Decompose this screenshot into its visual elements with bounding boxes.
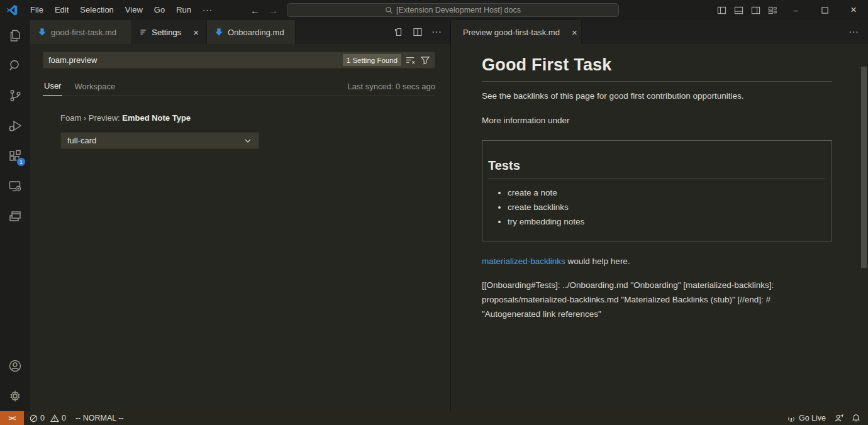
remote-indicator[interactable]: >< <box>0 411 24 425</box>
close-window-icon[interactable]: × <box>839 0 868 20</box>
settings-results-badge: 1 Setting Found <box>343 54 401 66</box>
menu-edit[interactable]: Edit <box>49 3 74 17</box>
chevron-down-icon <box>243 136 252 145</box>
select-value: full-card <box>67 136 96 145</box>
setting-category: Foam › Preview: <box>60 113 122 123</box>
filter-funnel-icon[interactable] <box>420 55 430 65</box>
toggle-sidebar-icon[interactable] <box>713 0 730 20</box>
vscode-logo-icon <box>6 4 18 16</box>
go-live-button[interactable]: Go Live <box>787 414 826 422</box>
link-suffix: would help here. <box>565 257 630 266</box>
list-item: create a note <box>508 187 825 198</box>
reference-line: proposals/materialized-backlinks.md "Mat… <box>482 292 832 307</box>
settings-search-value: foam.preview <box>43 55 97 65</box>
card-list: create a note create backlinks try embed… <box>488 187 825 227</box>
card-title: Tests <box>488 150 825 179</box>
account-icon[interactable] <box>0 351 30 381</box>
search-icon <box>385 6 393 14</box>
more-actions-icon[interactable]: ··· <box>431 26 442 38</box>
settings-gear-icon[interactable] <box>0 381 30 411</box>
extensions-icon[interactable]: 1 <box>0 141 30 171</box>
settings-scope-tabs: User Workspace Last synced: 0 secs ago <box>43 75 435 96</box>
scope-tab-user[interactable]: User <box>43 81 62 96</box>
broadcast-icon <box>787 414 796 422</box>
scope-tab-workspace[interactable]: Workspace <box>73 82 116 96</box>
setting-name: Embed Note Type <box>122 113 191 123</box>
close-tab-icon[interactable]: × <box>193 27 199 38</box>
go-live-label: Go Live <box>799 414 826 422</box>
menu-selection[interactable]: Selection <box>74 3 119 17</box>
maximize-icon[interactable] <box>810 0 839 20</box>
status-bar: >< 0 0 -- NORMAL -- Go Live <box>0 411 868 425</box>
markdown-file-icon <box>38 28 47 36</box>
clear-filters-icon[interactable] <box>405 55 416 65</box>
materialized-backlinks-link[interactable]: materialized-backlinks <box>482 257 565 266</box>
left-tab-bar: good-first-task.md Settings × Onboarding… <box>30 20 450 44</box>
warning-count: 0 <box>62 414 66 422</box>
extensions-badge: 1 <box>16 157 26 167</box>
error-icon <box>30 414 38 422</box>
tab-settings[interactable]: Settings × <box>132 20 207 44</box>
tab-good-first-task[interactable]: good-first-task.md <box>30 20 132 44</box>
more-actions-icon[interactable]: ··· <box>849 26 859 38</box>
customize-layout-icon[interactable] <box>764 0 781 20</box>
close-tab-icon[interactable]: × <box>572 27 577 38</box>
markdown-file-icon <box>214 28 223 36</box>
tab-label: Settings <box>152 28 181 37</box>
toggle-secondary-sidebar-icon[interactable] <box>747 0 764 20</box>
browser-windows-icon[interactable] <box>0 201 30 231</box>
settings-editor: foam.preview 1 Setting Found User Worksp… <box>30 44 450 411</box>
nav-forward-icon[interactable]: → <box>269 5 278 16</box>
reference-line: "Autogenerated link references" <box>482 307 832 321</box>
preview-paragraph: See the backlinks of this page for good … <box>482 90 832 102</box>
toggle-panel-icon[interactable] <box>730 0 747 20</box>
warning-icon <box>50 414 59 422</box>
nav-back-icon[interactable]: ← <box>250 5 260 16</box>
editor-group-left: good-first-task.md Settings × Onboarding… <box>30 20 450 411</box>
backlink-line: materialized-backlinks would help here. <box>482 257 832 266</box>
command-center-search[interactable]: [Extension Development Host] docs <box>287 3 619 17</box>
search-view-icon[interactable] <box>0 50 30 80</box>
source-control-icon[interactable] <box>0 80 30 111</box>
vim-mode-indicator[interactable]: -- NORMAL -- <box>75 414 124 422</box>
preview-title: Good First Task <box>482 50 832 82</box>
tab-label: Preview good-first-task.md <box>463 28 560 37</box>
tab-label: Onboarding.md <box>228 28 284 37</box>
list-item: try embedding notes <box>508 216 825 227</box>
title-bar: File Edit Selection View Go Run ··· ← → … <box>0 0 868 20</box>
split-editor-icon[interactable] <box>413 27 423 37</box>
markdown-preview: Good First Task See the backlinks of thi… <box>451 44 868 411</box>
menu-more-icon[interactable]: ··· <box>197 3 218 17</box>
menu-view[interactable]: View <box>120 3 148 17</box>
menu-go[interactable]: Go <box>148 3 170 17</box>
explorer-icon[interactable] <box>0 20 30 50</box>
menu-run[interactable]: Run <box>170 3 197 17</box>
right-tab-bar: Preview good-first-task.md × ··· <box>451 20 868 44</box>
settings-tune-icon <box>140 28 147 36</box>
notifications-bell-icon[interactable] <box>852 414 860 422</box>
run-debug-icon[interactable] <box>0 111 30 141</box>
embedded-note-card: Tests create a note create backlinks try… <box>482 140 832 241</box>
activity-bar: 1 <box>0 20 30 411</box>
setting-title: Foam › Preview: Embed Note Type <box>60 113 191 123</box>
preview-scrollbar[interactable] <box>861 67 867 268</box>
embed-note-type-select[interactable]: full-card <box>60 132 259 149</box>
feedback-icon[interactable] <box>834 414 843 422</box>
problems-indicator[interactable]: 0 0 <box>30 414 66 422</box>
command-center-label: [Extension Development Host] docs <box>396 6 521 14</box>
last-synced-label: Last synced: 0 secs ago <box>348 82 435 96</box>
menu-file[interactable]: File <box>25 3 49 17</box>
reference-line: [[Onboarding#Tests]: ../Onboarding.md "O… <box>482 278 832 292</box>
preview-paragraph: More information under <box>482 114 832 126</box>
tab-onboarding[interactable]: Onboarding.md <box>207 20 296 44</box>
editor-group-right: Preview good-first-task.md × ··· Good Fi… <box>450 20 868 411</box>
remote-explorer-icon[interactable] <box>0 171 30 201</box>
settings-search-input[interactable]: foam.preview 1 Setting Found <box>43 52 435 69</box>
error-count: 0 <box>40 414 45 422</box>
tab-label: good-first-task.md <box>51 28 116 37</box>
link-references: [[Onboarding#Tests]: ../Onboarding.md "O… <box>482 278 832 321</box>
tab-preview-good-first-task[interactable]: Preview good-first-task.md × <box>451 20 582 44</box>
list-item: create backlinks <box>508 202 825 213</box>
minimize-icon[interactable]: – <box>781 0 810 20</box>
open-settings-json-icon[interactable] <box>394 27 404 37</box>
